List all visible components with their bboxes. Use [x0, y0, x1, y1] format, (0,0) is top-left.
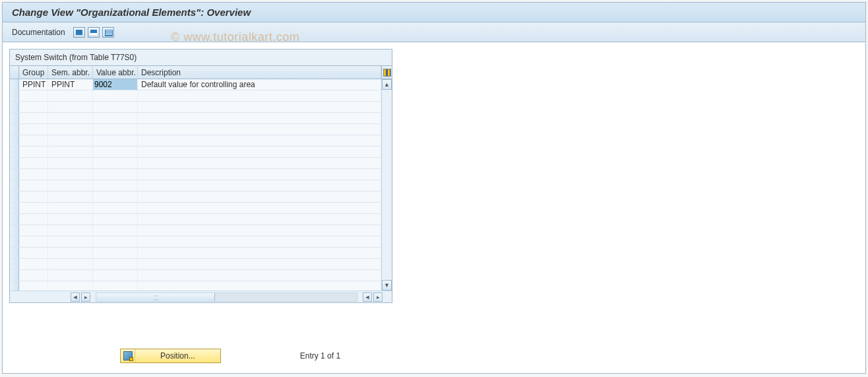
- col-value-abbr[interactable]: Value abbr.: [93, 66, 138, 79]
- table-row[interactable]: [10, 169, 381, 180]
- table-row[interactable]: [10, 191, 381, 203]
- table-config-button[interactable]: [381, 66, 392, 79]
- table-row[interactable]: [10, 90, 381, 102]
- cell-value-abbr[interactable]: [93, 158, 138, 168]
- col-group[interactable]: Group: [19, 66, 48, 79]
- col-description[interactable]: Description: [138, 66, 381, 79]
- cell-group: [19, 236, 48, 247]
- position-button[interactable]: Position...: [120, 349, 221, 363]
- cell-group: [19, 225, 48, 236]
- cell-group: [19, 135, 48, 146]
- cell-value-abbr[interactable]: [93, 113, 138, 123]
- documentation-button[interactable]: Documentation: [12, 28, 65, 37]
- position-label: Position...: [135, 351, 220, 360]
- row-selector[interactable]: [10, 79, 19, 90]
- scroll-track[interactable]: [382, 90, 392, 280]
- cell-value-abbr[interactable]: [93, 135, 138, 146]
- cell-sem-abbr: [48, 214, 93, 224]
- row-selector[interactable]: [10, 259, 19, 269]
- table-row[interactable]: [10, 135, 381, 147]
- scroll-left-icon[interactable]: ▸: [81, 292, 90, 302]
- scroll-right-end-icon[interactable]: ▸: [373, 292, 383, 302]
- table-row[interactable]: [10, 124, 381, 135]
- vertical-scrollbar[interactable]: ▲ ▼: [381, 79, 392, 291]
- table-row[interactable]: [10, 248, 381, 259]
- table-header: Group Sem. abbr. Value abbr. Description: [10, 66, 392, 79]
- row-selector[interactable]: [10, 113, 19, 123]
- row-selector[interactable]: [10, 169, 19, 180]
- cell-sem-abbr: [48, 236, 93, 247]
- cell-value-abbr[interactable]: [93, 203, 138, 213]
- cell-description: [138, 102, 381, 112]
- table-row[interactable]: [10, 180, 381, 191]
- cell-sem-abbr: [48, 203, 93, 213]
- table-row[interactable]: [10, 147, 381, 158]
- cell-description: [138, 124, 381, 135]
- table-row[interactable]: PPINTPPINTDefault value for controlling …: [10, 79, 381, 90]
- row-selector[interactable]: [10, 214, 19, 224]
- select-all[interactable]: [10, 66, 19, 79]
- cell-value-abbr[interactable]: [93, 169, 138, 180]
- cell-value-abbr[interactable]: [93, 281, 138, 291]
- row-selector[interactable]: [10, 90, 19, 101]
- row-selector[interactable]: [10, 124, 19, 135]
- cell-value-abbr[interactable]: [93, 236, 138, 247]
- table-row[interactable]: [10, 203, 381, 214]
- row-selector[interactable]: [10, 135, 19, 146]
- cell-value-abbr[interactable]: [93, 102, 138, 112]
- cell-value-abbr[interactable]: [93, 79, 138, 90]
- table-row[interactable]: [10, 214, 381, 225]
- cell-value-abbr[interactable]: [93, 259, 138, 269]
- scroll-up-icon[interactable]: ▲: [382, 79, 392, 90]
- table-row[interactable]: [10, 158, 381, 169]
- hscroll-track[interactable]: [96, 292, 357, 302]
- cell-group: [19, 281, 48, 291]
- cell-group: [19, 158, 48, 168]
- cell-group: [19, 113, 48, 123]
- row-selector[interactable]: [10, 191, 19, 202]
- row-selector[interactable]: [10, 203, 19, 213]
- row-selector[interactable]: [10, 236, 19, 247]
- table-row[interactable]: [10, 281, 381, 291]
- toolbar-icon-3[interactable]: [102, 27, 114, 38]
- table-row[interactable]: [10, 236, 381, 248]
- cell-group: [19, 169, 48, 180]
- row-selector[interactable]: [10, 147, 19, 157]
- table-row[interactable]: [10, 259, 381, 270]
- table-row[interactable]: [10, 113, 381, 124]
- cell-description: [138, 203, 381, 213]
- value-abbr-input[interactable]: [93, 79, 137, 90]
- table-row[interactable]: [10, 102, 381, 113]
- table-row[interactable]: [10, 270, 381, 281]
- scroll-left-start-icon[interactable]: ◄: [71, 292, 80, 302]
- cell-value-abbr[interactable]: [93, 270, 138, 281]
- cell-description: [138, 259, 381, 269]
- row-selector[interactable]: [10, 270, 19, 281]
- cell-value-abbr[interactable]: [93, 147, 138, 157]
- toolbar-icon-2[interactable]: [88, 27, 100, 38]
- horizontal-scrollbar[interactable]: ◄ ▸ ◄ ▸: [10, 291, 392, 302]
- row-selector[interactable]: [10, 158, 19, 168]
- cell-value-abbr[interactable]: [93, 248, 138, 258]
- cell-value-abbr[interactable]: [93, 214, 138, 224]
- row-selector[interactable]: [10, 180, 19, 191]
- cell-value-abbr[interactable]: [93, 191, 138, 202]
- row-selector[interactable]: [10, 248, 19, 258]
- scroll-right-icon[interactable]: ◄: [363, 292, 372, 302]
- toolbar-icon-1[interactable]: [73, 27, 85, 38]
- cell-description: [138, 158, 381, 168]
- cell-value-abbr[interactable]: [93, 180, 138, 191]
- cell-group: [19, 124, 48, 135]
- row-selector[interactable]: [10, 102, 19, 112]
- cell-value-abbr[interactable]: [93, 124, 138, 135]
- cell-group: [19, 214, 48, 224]
- row-selector[interactable]: [10, 225, 19, 236]
- scroll-down-icon[interactable]: ▼: [382, 280, 392, 291]
- hscroll-thumb[interactable]: [96, 293, 215, 301]
- cell-value-abbr[interactable]: [93, 225, 138, 236]
- col-sem-abbr[interactable]: Sem. abbr.: [48, 66, 93, 79]
- cell-description: [138, 236, 381, 247]
- table-row[interactable]: [10, 225, 381, 236]
- row-selector[interactable]: [10, 281, 19, 291]
- cell-value-abbr[interactable]: [93, 90, 138, 101]
